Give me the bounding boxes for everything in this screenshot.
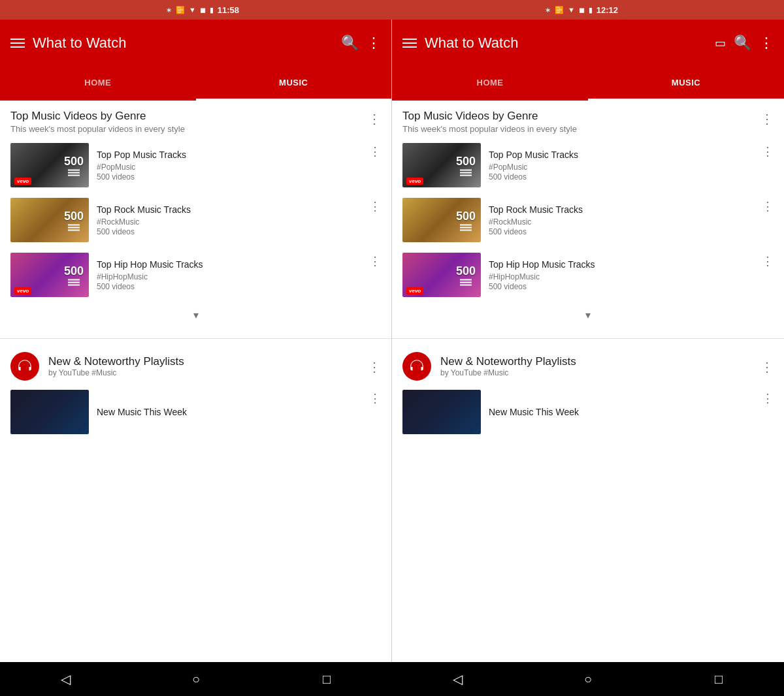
playlist-thumb-rock-left[interactable]: 500 [10, 198, 89, 242]
genre-section-header-right: Top Music Videos by Genre This week's mo… [392, 101, 784, 138]
noteworthy-title-right: New & Noteworthy Playlists [440, 355, 746, 368]
playlist-videos-hiphop-right: 500 videos [489, 282, 754, 291]
expand-chevron-right[interactable]: ▾ [392, 302, 784, 328]
battery-icon-right: ▮ [589, 6, 593, 14]
item-menu-hiphop-right[interactable]: ⋮ [762, 254, 774, 268]
playlist-info-pop-left: Top Pop Music Tracks #PopMusic 500 video… [97, 149, 361, 181]
tab-bar-right: HOME MUSIC [392, 67, 784, 101]
noteworthy-title-block-right: New & Noteworthy Playlists by YouTube #M… [440, 355, 746, 377]
headphones-icon-right [402, 352, 431, 381]
count-overlay-rock-left: 500 [64, 210, 84, 231]
tab-music-right[interactable]: MUSIC [588, 67, 784, 101]
preview-name-left: New Music This Week [97, 407, 361, 417]
wifi-icon-left: ▼ [189, 6, 196, 14]
playlist-tag-pop-right: #PopMusic [489, 163, 754, 172]
noteworthy-section-left: New & Noteworthy Playlists by YouTube #M… [0, 343, 391, 446]
tab-home-right[interactable]: HOME [392, 67, 588, 101]
more-options-icon-left[interactable]: ⋮ [367, 35, 381, 52]
playlist-item-hiphop-right: 500 vevo Top Hip Hop Music Tracks #HipHo… [392, 247, 784, 302]
home-button-left[interactable]: ○ [176, 662, 216, 696]
genre-section-right: Top Music Videos by Genre This week's mo… [392, 101, 784, 334]
playlist-lines-rock-right [460, 225, 472, 231]
screen-left: What to Watch 🔍 ⋮ HOME MUSIC Top Music V… [0, 20, 392, 662]
noteworthy-menu-left[interactable]: ⋮ [368, 359, 381, 375]
more-options-icon-right[interactable]: ⋮ [759, 35, 774, 52]
playlist-videos-rock-right: 500 videos [489, 227, 754, 236]
tab-music-left[interactable]: MUSIC [196, 67, 392, 101]
item-menu-rock-left[interactable]: ⋮ [369, 199, 381, 214]
genre-title-right: Top Music Videos by Genre [402, 110, 755, 123]
playlist-thumb-pop-right[interactable]: 500 vevo [402, 143, 481, 187]
vevo-badge-hiphop-right: vevo [406, 287, 423, 294]
item-menu-pop-right[interactable]: ⋮ [762, 144, 774, 159]
preview-thumb-right[interactable] [402, 390, 481, 434]
status-bar: ∗ 📴 ▼ ◼ ▮ 11:58 ∗ 📴 ▼ ◼ ▮ 12:12 [0, 0, 784, 20]
playlist-item-rock-left: 500 Top Rock Music Tracks #RockMusic 500… [0, 193, 391, 247]
playlist-count-hiphop-right: 500 [456, 264, 476, 278]
playlist-info-rock-right: Top Rock Music Tracks #RockMusic 500 vid… [489, 204, 754, 236]
playlist-name-pop-left: Top Pop Music Tracks [97, 149, 361, 161]
vibrate-icon-right: 📴 [555, 6, 564, 14]
playlist-videos-pop-right: 500 videos [489, 172, 754, 182]
hamburger-menu-left[interactable] [10, 39, 25, 48]
playlist-info-pop-right: Top Pop Music Tracks #PopMusic 500 video… [489, 149, 754, 181]
noteworthy-title-block-left: New & Noteworthy Playlists by YouTube #M… [48, 355, 353, 377]
tab-home-left[interactable]: HOME [0, 67, 196, 101]
item-menu-rock-right[interactable]: ⋮ [762, 199, 774, 214]
content-left: Top Music Videos by Genre This week's mo… [0, 101, 391, 662]
vevo-badge-pop-right: vevo [406, 178, 423, 185]
app-title-left: What to Watch [33, 35, 333, 52]
hamburger-menu-right[interactable] [402, 39, 417, 48]
battery-icon-left: ▮ [210, 6, 214, 14]
item-menu-hiphop-left[interactable]: ⋮ [369, 254, 381, 268]
home-button-right[interactable]: ○ [568, 662, 608, 696]
playlist-videos-hiphop-left: 500 videos [97, 282, 361, 291]
noteworthy-section-right: New & Noteworthy Playlists by YouTube #M… [392, 343, 784, 446]
expand-chevron-left[interactable]: ▾ [0, 302, 391, 328]
playlist-videos-rock-left: 500 videos [97, 227, 361, 236]
playlist-thumb-hiphop-left[interactable]: 500 vevo [10, 253, 89, 297]
preview-thumb-left[interactable] [10, 390, 89, 434]
genre-title-block-left: Top Music Videos by Genre This week's mo… [10, 110, 363, 134]
preview-menu-left[interactable]: ⋮ [369, 391, 381, 405]
recents-button-left[interactable]: □ [307, 662, 346, 696]
cast-icon-right[interactable]: ▭ [715, 36, 726, 50]
divider-left [0, 338, 391, 339]
recents-button-right[interactable]: □ [699, 662, 738, 696]
back-button-right[interactable]: ◁ [438, 662, 477, 696]
search-icon-right[interactable]: 🔍 [734, 35, 751, 52]
noteworthy-title-left: New & Noteworthy Playlists [48, 355, 353, 368]
preview-info-left: New Music This Week [97, 407, 361, 417]
time-left: 11:58 [218, 5, 239, 15]
status-bar-left: ∗ 📴 ▼ ◼ ▮ 11:58 [13, 5, 392, 15]
back-button-left[interactable]: ◁ [46, 662, 85, 696]
playlist-item-rock-right: 500 Top Rock Music Tracks #RockMusic 500… [392, 193, 784, 247]
genre-menu-right[interactable]: ⋮ [760, 111, 774, 127]
playlist-info-rock-left: Top Rock Music Tracks #RockMusic 500 vid… [97, 204, 361, 236]
genre-menu-left[interactable]: ⋮ [368, 111, 381, 127]
search-icon-left[interactable]: 🔍 [341, 35, 359, 52]
wifi-icon-right: ▼ [568, 6, 575, 14]
signal-icon-left: ◼ [200, 6, 206, 14]
preview-menu-right[interactable]: ⋮ [762, 391, 774, 405]
app-bar-right: What to Watch ▭ 🔍 ⋮ [392, 20, 784, 67]
bottom-nav-right: ◁ ○ □ [392, 662, 784, 696]
vibrate-icon-left: 📴 [176, 6, 185, 14]
screens-container: What to Watch 🔍 ⋮ HOME MUSIC Top Music V… [0, 20, 784, 662]
noteworthy-menu-right[interactable]: ⋮ [760, 359, 774, 375]
screen-right: What to Watch ▭ 🔍 ⋮ HOME MUSIC Top Music… [392, 20, 784, 662]
playlist-lines-pop-right [460, 170, 472, 176]
vevo-badge-hiphop-left: vevo [14, 287, 31, 294]
genre-section-header-left: Top Music Videos by Genre This week's mo… [0, 101, 391, 138]
playlist-thumb-rock-right[interactable]: 500 [402, 198, 481, 242]
item-menu-pop-left[interactable]: ⋮ [369, 144, 381, 159]
playlist-thumb-hiphop-right[interactable]: 500 vevo [402, 253, 481, 297]
preview-name-right: New Music This Week [489, 407, 754, 417]
playlist-videos-pop-left: 500 videos [97, 172, 361, 182]
app-bar-left: What to Watch 🔍 ⋮ [0, 20, 391, 67]
noteworthy-header-left: New & Noteworthy Playlists by YouTube #M… [0, 343, 391, 385]
preview-info-right: New Music This Week [489, 407, 754, 417]
playlist-tag-hiphop-right: #HipHopMusic [489, 272, 754, 281]
playlist-name-rock-left: Top Rock Music Tracks [97, 204, 361, 215]
playlist-thumb-pop-left[interactable]: 500 vevo [10, 143, 89, 187]
